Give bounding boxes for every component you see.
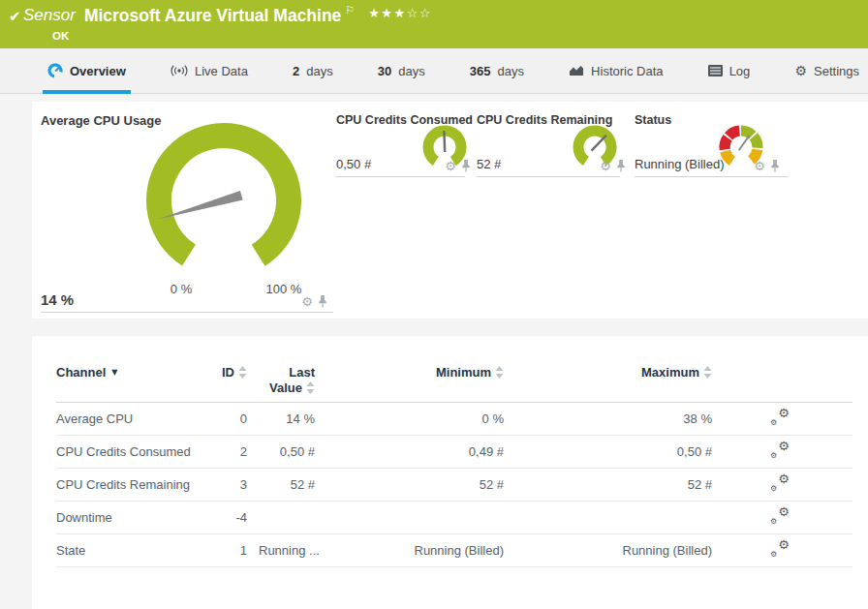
channel-last-value: 52 #	[255, 469, 323, 502]
channel-maximum: 52 #	[512, 469, 720, 502]
channel-maximum: Running (Billed)	[512, 534, 720, 567]
channel-id: 2	[202, 436, 255, 469]
stars-empty[interactable]: ☆☆	[407, 6, 432, 20]
gauge-value: 52 #	[477, 157, 501, 171]
table-row-cpu-credits-remaining: CPU Credits Remaining 3 52 # 52 # 52 # ⚙…	[56, 469, 852, 502]
channel-maximum: 0,50 #	[512, 436, 720, 469]
channel-name: State	[56, 534, 202, 567]
sort-icon[interactable]	[703, 366, 712, 379]
sort-icon[interactable]	[238, 366, 247, 379]
stars-filled[interactable]: ★★★	[368, 6, 406, 20]
column-header-maximum[interactable]: Maximum	[512, 359, 720, 403]
table-row-state: State 1 Running ... Running (Billed) Run…	[56, 534, 852, 567]
page-title: Microsoft Azure Virtual Machine	[84, 4, 341, 27]
sort-icon[interactable]	[306, 381, 315, 394]
gauge-cpu-credits-remaining: CPU Credits Remaining 52 # ⚙	[477, 111, 620, 177]
tab-2-days[interactable]: 2 days	[288, 48, 338, 93]
tab-label: days	[498, 64, 524, 78]
column-header-last-value[interactable]: Last Value	[255, 359, 323, 403]
area-chart-icon	[569, 65, 584, 76]
gauge-icon	[47, 63, 63, 78]
gauge-needle	[444, 131, 445, 152]
gauge-settings-icon[interactable]: ⚙	[600, 160, 611, 172]
gauge-settings-icon[interactable]: ⚙	[445, 160, 456, 172]
gauge-needle	[739, 136, 750, 151]
channel-last-value	[255, 502, 323, 534]
gauge-value: Running (Billed)	[635, 157, 725, 171]
tab-label: days	[398, 64, 424, 78]
table-row-cpu-credits-consumed: CPU Credits Consumed 2 0,50 # 0,49 # 0,5…	[56, 436, 852, 469]
channel-minimum: Running (Billed)	[323, 534, 512, 567]
channel-settings-icon[interactable]: ⚙⚙	[770, 474, 790, 492]
priority-stars-rating[interactable]: ★★★☆☆	[368, 7, 432, 20]
gauge-status: Status Running (Billed) ⚙	[635, 111, 788, 177]
priority-flag-icon[interactable]: ⚐	[345, 4, 355, 17]
channel-minimum: 0,49 #	[323, 436, 512, 469]
channel-settings-icon[interactable]: ⚙⚙	[770, 540, 790, 558]
table-header-row: Channel▼ ID Last Value Minimum Maximum	[56, 359, 852, 403]
channel-last-value: Running ...	[255, 534, 323, 567]
sensor-title-row: Sensor Microsoft Azure Virtual Machine ⚐…	[23, 4, 432, 27]
table-row-downtime: Downtime -4 ⚙⚙	[56, 502, 852, 534]
tab-log[interactable]: Log	[703, 48, 756, 93]
tab-number: 365	[470, 64, 491, 78]
tab-historic-data[interactable]: Historic Data	[564, 48, 667, 93]
sensor-header: ✔ Sensor Microsoft Azure Virtual Machine…	[0, 0, 868, 48]
tab-30-days[interactable]: 30 days	[373, 48, 430, 93]
channel-settings-icon[interactable]: ⚙⚙	[770, 507, 790, 525]
chevron-down-icon[interactable]: ▼	[111, 368, 117, 377]
tab-number: 30	[378, 64, 391, 78]
channel-settings-icon[interactable]: ⚙⚙	[770, 409, 790, 426]
tab-bar: Overview Live Data 2 days 30 days 365 da…	[0, 48, 868, 94]
pin-icon[interactable]	[770, 160, 780, 172]
channel-id: 1	[202, 534, 255, 567]
column-header-channel[interactable]: Channel▼	[56, 359, 202, 403]
gauge-toolbar: ⚙	[600, 160, 626, 172]
channel-table: Channel▼ ID Last Value Minimum Maximum A…	[56, 359, 852, 567]
channel-name: Downtime	[56, 502, 202, 534]
tab-label: Historic Data	[591, 64, 663, 78]
gauge-scale-min: 0 %	[152, 282, 210, 296]
tab-settings[interactable]: ⚙ Settings	[790, 48, 864, 93]
channel-name: CPU Credits Remaining	[56, 469, 202, 502]
gauge-value: 14 %	[41, 291, 74, 308]
gauge-settings-icon[interactable]: ⚙	[301, 295, 313, 308]
gauge-average-cpu: Average CPU Usage 0 % 100 % 14 % ⚙	[41, 111, 333, 313]
gauge-toolbar: ⚙	[301, 295, 327, 308]
gauge-toolbar: ⚙	[445, 160, 471, 172]
tab-label: Live Data	[195, 64, 248, 78]
tab-overview[interactable]: Overview	[43, 48, 131, 93]
channel-name: CPU Credits Consumed	[56, 436, 202, 469]
channel-maximum	[512, 502, 720, 534]
gauge-settings-icon[interactable]: ⚙	[754, 160, 765, 172]
pin-icon[interactable]	[318, 295, 327, 308]
tab-label: Log	[729, 64, 751, 78]
object-type-label: Sensor	[23, 4, 76, 27]
gauges-panel: Average CPU Usage 0 % 100 % 14 % ⚙ CPU C…	[32, 102, 868, 319]
gauge-toolbar: ⚙	[754, 160, 780, 172]
sensor-status-badge: OK	[52, 30, 69, 42]
tab-live-data[interactable]: Live Data	[166, 48, 253, 93]
tab-number: 2	[293, 64, 299, 78]
tab-365-days[interactable]: 365 days	[465, 48, 529, 93]
tab-label: Overview	[70, 64, 126, 78]
ok-check-icon: ✔	[9, 8, 21, 25]
prtg-sensor-page: ✔ Sensor Microsoft Azure Virtual Machine…	[0, 0, 868, 609]
average-cpu-gauge-chart	[141, 118, 306, 283]
column-header-minimum[interactable]: Minimum	[323, 359, 512, 403]
tab-label: Settings	[814, 64, 859, 78]
pin-icon[interactable]	[461, 160, 471, 172]
channel-maximum: 38 %	[512, 403, 720, 436]
channel-minimum: 52 #	[323, 469, 512, 502]
pin-icon[interactable]	[616, 160, 626, 172]
gear-icon: ⚙	[794, 64, 807, 77]
table-row-average-cpu: Average CPU 0 14 % 0 % 38 % ⚙⚙	[56, 403, 852, 436]
channel-minimum	[323, 502, 512, 534]
column-header-id[interactable]: ID	[202, 359, 255, 403]
channel-id: 0	[202, 403, 255, 436]
channel-settings-icon[interactable]: ⚙⚙	[770, 442, 790, 459]
sort-icon[interactable]	[495, 366, 504, 379]
log-list-icon	[708, 65, 723, 76]
channel-table-panel: Channel▼ ID Last Value Minimum Maximum A…	[32, 336, 868, 609]
channel-last-value: 14 %	[255, 403, 323, 436]
